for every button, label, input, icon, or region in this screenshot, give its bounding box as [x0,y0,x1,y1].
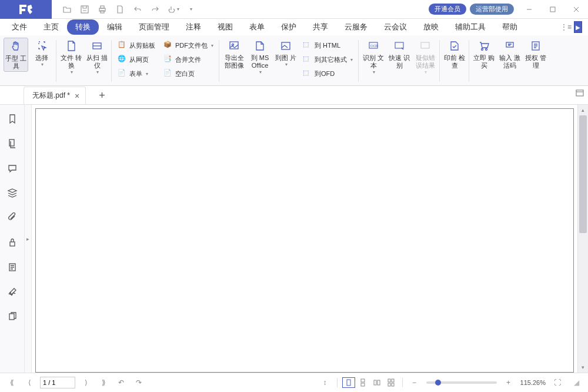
file-convert-button[interactable]: 文件 转换▾ [59,38,83,76]
touch-icon[interactable]: ▾ [165,2,181,16]
comments-panel-button[interactable] [5,161,19,175]
sidebar-collapse-button[interactable]: ▸ [25,105,32,373]
tab-options-icon[interactable] [575,88,584,98]
zoom-out-button[interactable]: − [407,377,422,388]
form-button[interactable]: 📄表单▾ [116,67,156,80]
undo-icon[interactable] [129,2,146,16]
zoom-in-button[interactable]: + [502,377,516,388]
prev-page-button[interactable]: ⟨ [22,377,36,388]
image-export-icon [227,39,241,53]
export-images-button[interactable]: 导出全 部图像 [222,38,246,81]
zoom-slider[interactable] [426,381,497,384]
to-ofd-button[interactable]: ⬚到OFD [302,67,354,80]
scroll-down-button[interactable]: ▾ [578,362,588,373]
next-page-button[interactable]: ⟩ [79,377,93,388]
to-image-icon [279,39,293,53]
menu-view[interactable]: 视图 [209,19,241,35]
from-web-button[interactable]: 🌐从网页 [116,53,156,66]
zoom-slider-thumb[interactable] [435,380,441,386]
continuous-view[interactable] [356,377,369,388]
menu-present[interactable]: 放映 [415,19,447,35]
blank-page-button[interactable]: 📄空白页 [162,67,215,80]
menu-overflow-icon[interactable]: ⋮≡ [560,23,572,31]
maximize-button[interactable] [541,0,564,19]
last-page-button[interactable]: ⟫ [96,377,111,388]
hand-tool-button[interactable]: 手型 工具 [4,38,28,72]
tab-title: 无标题.pdf * [32,91,70,101]
nav-forward-button[interactable]: ↷ [132,377,146,388]
quick-ocr-button[interactable]: 快速 识别 [387,38,412,76]
membership-pill[interactable]: 开通会员 [429,4,466,15]
cart-icon [477,39,491,53]
save-icon[interactable] [76,2,93,16]
continuous-facing-view[interactable] [385,377,397,388]
menu-edit[interactable]: 编辑 [99,19,131,35]
resize-grip[interactable]: ◢ [569,377,583,388]
menu-file[interactable]: 文件 [4,19,35,35]
redo-icon[interactable] [147,2,163,16]
menu-cloud[interactable]: 云服务 [336,19,376,35]
attachments-panel-button[interactable] [5,211,19,225]
svg-rect-24 [361,383,365,386]
from-scanner-button[interactable]: 从扫 描仪▾ [85,38,109,76]
menu-protect[interactable]: 保护 [273,19,305,35]
close-button[interactable] [564,0,588,19]
buy-now-button[interactable]: 立即 购买 [472,38,496,71]
tab-close-button[interactable]: × [75,91,79,101]
menu-home[interactable]: 主页 [35,19,67,35]
new-tab-button[interactable]: + [96,87,108,104]
page-input[interactable] [40,377,75,388]
document-canvas[interactable] [35,108,574,373]
menu-meeting[interactable]: 云会议 [376,19,415,35]
to-ms-office-button[interactable]: 到 MS Office▾ [248,38,272,81]
print-icon[interactable] [94,2,111,16]
new-doc-icon[interactable] [112,2,128,16]
menu-form[interactable]: 表单 [241,19,273,35]
menu-scroll-right[interactable]: ▶ [574,21,582,33]
reflow-button[interactable]: ↕ [318,377,332,388]
fields-panel-button[interactable] [5,260,19,274]
activation-code-button[interactable]: 输入 激活码 [497,38,522,71]
license-mgmt-button[interactable]: 授权 管理 [523,38,548,71]
to-other-button[interactable]: ⬚到其它格式▾ [302,53,354,66]
to-ms-office-label: 到 MS Office [248,54,272,69]
first-page-button[interactable]: ⟪ [5,377,19,388]
single-page-view[interactable] [342,377,355,388]
to-html-button[interactable]: ⬚到 HTML [302,39,354,52]
signature-panel-button[interactable] [5,285,19,299]
facing-view[interactable] [370,377,383,388]
document-tab[interactable]: 无标题.pdf * × [24,87,86,104]
menu-share[interactable]: 共享 [305,19,336,35]
select-tool-button[interactable]: 选择 ▾ [29,38,54,72]
ocr-text-button[interactable]: OCR 识别 文本▾ [361,38,386,76]
layers-panel-button[interactable] [5,186,19,200]
pdf-package-button[interactable]: 📦PDF文件包▾ [162,39,215,52]
qat-more-icon[interactable]: ▾ [182,2,199,16]
suspect-icon [418,39,432,53]
nav-back-button[interactable]: ↶ [114,377,128,388]
menu-convert[interactable]: 转换 [67,19,99,35]
security-panel-button[interactable] [5,235,19,250]
svg-rect-22 [347,380,350,386]
operations-pill[interactable]: 运营部使用 [470,4,514,15]
copy-panel-button[interactable] [5,310,19,324]
scroll-thumb[interactable] [579,115,587,233]
menu-annotate[interactable]: 注释 [178,19,209,35]
open-icon[interactable] [59,2,75,16]
minimize-button[interactable] [517,0,541,19]
bookmark-panel-button[interactable] [5,112,19,126]
quick-ocr-label: 快速 识别 [387,54,412,69]
menu-pages[interactable]: 页面管理 [131,19,178,35]
scroll-up-button[interactable]: ▴ [578,105,588,115]
menu-help[interactable]: 帮助 [494,19,526,35]
fit-page-button[interactable]: ⛶ [550,377,564,388]
merge-files-button[interactable]: 📑合并文件 [162,53,215,66]
menu-tools[interactable]: 辅助工具 [447,19,494,35]
zoom-level[interactable]: 115.26% [520,379,546,386]
to-image-button[interactable]: 到图 片▾ [273,38,298,81]
scroll-track[interactable] [578,115,588,362]
preflight-button[interactable]: 印前 检查 [442,38,467,71]
pages-panel-button[interactable] [5,137,19,151]
file-convert-label: 文件 转换 [59,54,83,69]
from-clipboard-button[interactable]: 📋从剪贴板 [116,39,156,52]
